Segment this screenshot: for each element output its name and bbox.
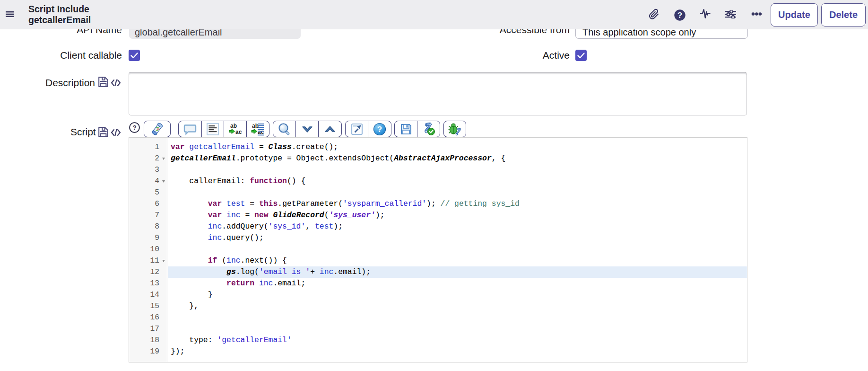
svg-text:?: ? (377, 125, 382, 134)
svg-text:ac: ac (235, 129, 242, 135)
svg-text:ab: ab (230, 123, 237, 129)
svg-text:?: ? (677, 11, 682, 20)
svg-text:?: ? (132, 124, 136, 131)
svg-text:ab: ab (252, 123, 259, 129)
